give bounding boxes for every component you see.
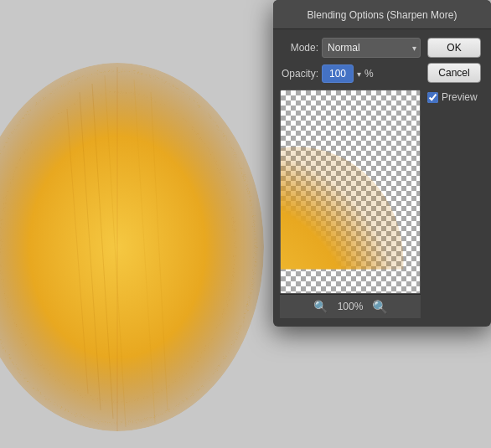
zoom-out-icon[interactable]: 🔍 [313, 300, 328, 313]
preview-label: Preview [442, 91, 478, 103]
mode-row: Mode: Normal Dissolve Multiply Screen ▾ [280, 38, 421, 58]
preview-checkbox[interactable] [427, 92, 438, 103]
zoom-in-icon[interactable]: 🔍 [372, 299, 388, 314]
dialog-titlebar: Blending Options (Sharpen More) [273, 0, 491, 29]
svg-point-12 [281, 147, 403, 293]
ok-button[interactable]: OK [427, 38, 481, 58]
opacity-label: Opacity: [280, 68, 318, 80]
fur-blob [0, 42, 302, 448]
dialog-body: Mode: Normal Dissolve Multiply Screen ▾ … [273, 29, 491, 327]
blending-options-dialog: Blending Options (Sharpen More) Mode: No… [273, 0, 491, 327]
zoom-level: 100% [338, 301, 364, 312]
preview-canvas [280, 90, 421, 294]
cancel-button[interactable]: Cancel [427, 63, 481, 83]
opacity-input[interactable] [322, 64, 354, 83]
dialog-buttons: OK Cancel Preview [427, 38, 484, 318]
mode-select-wrapper: Normal Dissolve Multiply Screen ▾ [322, 38, 421, 58]
mode-select[interactable]: Normal Dissolve Multiply Screen [322, 38, 421, 58]
dialog-controls: Mode: Normal Dissolve Multiply Screen ▾ … [280, 38, 421, 318]
mode-label: Mode: [280, 42, 318, 54]
svg-point-1 [0, 63, 264, 431]
dialog-title: Blending Options (Sharpen More) [308, 9, 457, 21]
opacity-row: Opacity: ▾ % [280, 64, 421, 83]
zoom-bar: 🔍 100% 🔍 [280, 294, 421, 318]
preview-row: Preview [427, 91, 484, 103]
preview-svg [281, 90, 420, 293]
opacity-percent: % [364, 68, 374, 80]
opacity-dropdown-icon[interactable]: ▾ [357, 70, 361, 79]
